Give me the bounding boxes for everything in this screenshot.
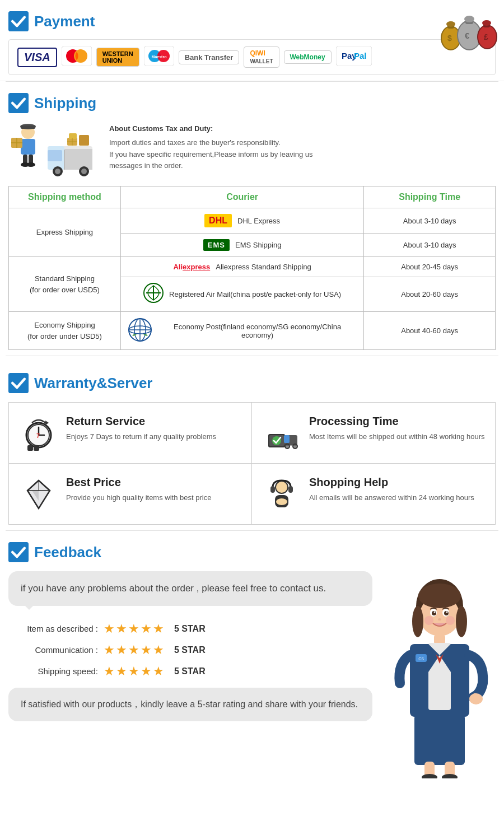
return-text: Return Service Enjoys 7 Days to return i… (66, 415, 216, 442)
svg-rect-30 (21, 139, 35, 155)
qiwi-logo: QIWI WALLET (244, 46, 279, 68)
price-text: Best Price Provide you high quality item… (66, 476, 211, 503)
svg-point-5 (446, 21, 455, 27)
ali-name: Aliexpress Standard Shipping (216, 263, 311, 271)
feedback-left: if you have any problems about the order… (8, 571, 372, 778)
time-ali: About 20-45 days (364, 257, 496, 277)
time-dhl: About 3-10 days (364, 208, 496, 234)
economy-name: Economy Post(finland economy/SG economy/… (158, 323, 357, 339)
speech-bubble-bottom: If satisfied with our products，kindly le… (8, 688, 372, 721)
ratings-container: Item as described : ★ ★ ★ ★ ★ 5 STAR Com… (8, 622, 372, 679)
svg-text:£: £ (484, 32, 488, 41)
payment-logos-row: VISA WESTERNUNION Maestro Bank Transfer (8, 39, 496, 75)
svg-text:$: $ (447, 34, 452, 43)
col-courier: Courier (120, 186, 364, 208)
stars-item: ★ ★ ★ ★ ★ (104, 622, 164, 636)
price-icon (19, 476, 58, 512)
svg-rect-29 (21, 125, 35, 129)
feedback-right: CS (384, 571, 496, 778)
courier-economy: Economy Post(finland economy/SG economy/… (120, 312, 364, 350)
svg-point-10 (464, 16, 474, 22)
webmoney-logo: WebMoney (284, 50, 332, 64)
svg-rect-91 (288, 486, 293, 493)
visa-logo: VISA (17, 48, 57, 67)
svg-point-121 (412, 606, 423, 637)
processing-title: Processing Time (309, 415, 485, 428)
price-title: Best Price (66, 476, 211, 489)
customs-text: About Customs Tax and Duty: Import dutie… (109, 121, 312, 172)
feedback-main: if you have any problems about the order… (8, 571, 496, 778)
economy-logo (128, 318, 152, 344)
stars-ship: ★ ★ ★ ★ ★ (104, 664, 164, 679)
divider-2 (6, 356, 498, 356)
help-text: Shopping Help All emails will be answere… (309, 476, 474, 503)
speech-text-top: if you have any problems about the order… (21, 583, 326, 594)
method-economy: Economy Shipping(for order under USD5) (9, 312, 121, 350)
shipping-table: Shipping method Courier Shipping Time Ex… (8, 186, 496, 350)
ems-name: EMS Shipping (235, 241, 281, 249)
svg-rect-42 (64, 149, 92, 170)
return-icon: 7 (19, 415, 58, 451)
svg-rect-115 (473, 693, 477, 702)
star-count-comm: 5 STAR (174, 645, 206, 655)
svg-rect-90 (270, 486, 275, 493)
svg-point-38 (26, 162, 35, 167)
aliexpress-logo: Aliexpress (173, 263, 210, 271)
dhl-logo: DHL (204, 214, 232, 227)
airmail-name: Registered Air Mail(china post/e packet-… (169, 290, 341, 298)
svg-point-44 (55, 169, 60, 174)
svg-point-15 (482, 20, 491, 26)
col-time: Shipping Time (364, 186, 496, 208)
svg-point-92 (276, 498, 287, 505)
warranty-item-price: Best Price Provide you high quality item… (9, 464, 252, 524)
speech-bubble-top: if you have any problems about the order… (8, 571, 372, 606)
feedback-title: Feedback (8, 542, 496, 562)
character-illustration: CS (386, 571, 493, 778)
rating-label-item: Item as described : (8, 624, 98, 633)
processing-icon (262, 415, 301, 451)
shipping-info-row: About Customs Tax and Duty: Import dutie… (8, 121, 496, 177)
payment-heading: Payment (34, 13, 95, 30)
svg-text:7: 7 (36, 432, 40, 439)
svg-rect-50 (69, 133, 77, 139)
svg-marker-67 (45, 421, 49, 425)
airmail-logo (143, 283, 164, 306)
shipping-heading: Shipping (34, 95, 96, 112)
table-row-economy: Economy Shipping(for order under USD5) (9, 312, 496, 350)
customs-line3: messages in the order. (109, 160, 312, 172)
method-standard: Standard Shipping(for order over USD5) (9, 257, 121, 312)
warranty-item-return: 7 Return Service Enjoys 7 Days to return… (9, 403, 252, 464)
rating-label-ship: Shipping speed: (8, 666, 98, 676)
svg-text:Maestro: Maestro (151, 55, 166, 59)
feedback-section: Feedback if you have any problems about … (0, 531, 504, 795)
svg-point-103 (438, 618, 441, 620)
return-desc: Enjoys 7 Days to return if any quality p… (66, 431, 216, 442)
svg-rect-41 (48, 150, 62, 161)
svg-point-101 (434, 612, 436, 613)
customs-title: About Customs Tax and Duty: (109, 123, 312, 135)
warranty-heading: Warranty&Server (34, 375, 152, 392)
courier-airmail: Registered Air Mail(china post/e packet-… (120, 277, 364, 312)
svg-point-102 (446, 612, 448, 613)
feedback-heading: Feedback (34, 544, 101, 561)
courier-ems: EMS EMS Shipping (120, 234, 364, 257)
svg-rect-64 (27, 445, 33, 451)
star-count-ship: 5 STAR (174, 666, 206, 676)
time-ems: About 3-10 days (364, 234, 496, 257)
rating-row-ship: Shipping speed: ★ ★ ★ ★ ★ 5 STAR (8, 664, 372, 679)
shipping-illustration (8, 121, 98, 177)
ems-logo: EMS (203, 239, 230, 251)
star-count-item: 5 STAR (174, 624, 206, 634)
warranty-item-help: Shopping Help All emails will be answere… (252, 464, 495, 524)
processing-desc: Most Items will be shipped out within 48… (309, 431, 485, 442)
svg-rect-49 (79, 135, 89, 146)
customs-line1: Import duties and taxes are the buyer's … (109, 137, 312, 149)
warranty-grid: 7 Return Service Enjoys 7 Days to return… (8, 402, 496, 525)
svg-point-104 (424, 616, 433, 625)
speech-text-bottom: If satisfied with our products，kindly le… (21, 699, 358, 709)
dhl-name: DHL Express (237, 217, 280, 225)
warranty-checkmark-icon (8, 373, 29, 393)
maestro-logo: Maestro (144, 46, 174, 68)
shipping-title: Shipping (8, 93, 496, 113)
svg-point-105 (446, 616, 455, 625)
